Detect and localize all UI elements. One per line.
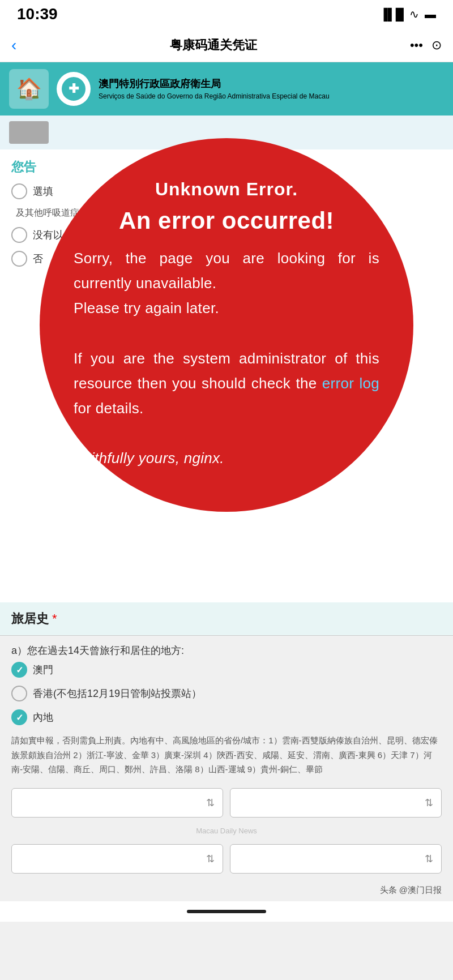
checkbox-mainland[interactable] (11, 709, 27, 725)
label-hk: 香港(不包括12月19日管制站投票站） (33, 687, 202, 700)
main-content: 您告 選填 及其他呼吸道症 没有以上症状 否 Unknown Error. An… (0, 115, 453, 602)
source-label: 头条 @澳门日报 (0, 879, 453, 901)
checkbox-1[interactable] (11, 183, 27, 199)
watermark: Macau Daily News (0, 823, 453, 838)
error-footer: Faithfully yours, nginx. (74, 450, 224, 467)
option-macao[interactable]: 澳門 (11, 662, 442, 678)
nav-actions: ••• ⊙ (410, 38, 442, 53)
org-name-pt: Serviços de Saúde do Governo da Região A… (99, 92, 330, 101)
subsection-label: a）您在過去14天曾旅行和居住的地方: (0, 636, 453, 662)
org-logo: ✚ (57, 72, 91, 106)
status-bar: 10:39 ▐▌█ ∿ ▬ (0, 0, 453, 28)
checkbox-macao[interactable] (11, 662, 27, 678)
travel-checkboxes: 澳門 香港(不包括12月19日管制站投票站） 內地 (0, 662, 453, 725)
dropdown-row-1: ⇅ ⇅ (0, 782, 453, 823)
org-info: 澳門特別行政區政府衛生局 Serviços de Saúde do Govern… (99, 77, 330, 101)
nav-title: 粤康码通关凭证 (170, 37, 257, 54)
error-main-text: An error occurred! (119, 207, 334, 235)
dropdown-2b-arrow: ⇅ (425, 853, 433, 865)
checkbox-3[interactable] (11, 251, 27, 267)
dropdown-2a-arrow: ⇅ (206, 853, 215, 865)
home-icon[interactable]: 🏠 (9, 69, 49, 109)
travel-section: 旅居史 * a）您在過去14天曾旅行和居住的地方: 澳門 香港(不包括12月19… (0, 602, 453, 879)
battery-icon: ▬ (425, 8, 436, 21)
dropdown-2a[interactable]: ⇅ (11, 844, 223, 874)
checkbox-hk[interactable] (11, 686, 27, 701)
label-mainland: 內地 (33, 711, 53, 724)
label-macao: 澳門 (33, 663, 53, 677)
nav-more-button[interactable]: ••• (410, 38, 423, 53)
error-body-line4: for details. (74, 400, 144, 417)
option-hk[interactable]: 香港(不包括12月19日管制站投票站） (11, 686, 442, 701)
dropdown-1b[interactable]: ⇅ (230, 788, 442, 818)
required-star: * (52, 611, 57, 626)
dropdown-1a[interactable]: ⇅ (11, 788, 223, 818)
checkbox-2[interactable] (11, 227, 27, 243)
svg-text:✚: ✚ (69, 82, 79, 96)
nav-bar: ‹ 粤康码通关凭证 ••• ⊙ (0, 28, 453, 62)
error-body-line1: Sorry, the page you are looking for is c… (74, 250, 379, 292)
nav-back-button[interactable]: ‹ (11, 36, 16, 54)
nav-scan-button[interactable]: ⊙ (431, 38, 442, 53)
signal-icon: ▐▌█ (379, 8, 404, 21)
status-time: 10:39 (17, 5, 58, 23)
org-name-cn: 澳門特別行政區政府衛生局 (99, 77, 330, 91)
dropdown-1a-arrow: ⇅ (206, 797, 215, 809)
error-body-line2: Please try again later. (74, 299, 219, 316)
home-bar (187, 910, 266, 913)
dropdown-2b[interactable]: ⇅ (230, 844, 442, 874)
section-header: 旅居史 * (0, 602, 453, 636)
dropdown-1b-arrow: ⇅ (425, 797, 433, 809)
checkbox-1-label: 選填 (33, 185, 53, 198)
home-indicator (0, 901, 453, 922)
error-log-link[interactable]: error log (322, 375, 379, 392)
user-avatar (9, 121, 49, 144)
status-icons: ▐▌█ ∿ ▬ (379, 7, 436, 21)
section-title: 旅居史 (11, 610, 49, 627)
notice-text: 請如實申報，否則需負上刑責。內地有中、高風險地區的省份/城市：1）雲南-西雙版納… (0, 733, 453, 782)
checkbox-3-label: 否 (33, 252, 43, 266)
dropdown-row-2: ⇅ ⇅ (0, 838, 453, 879)
site-header: 🏠 ✚ 澳門特別行政區政府衛生局 Serviços de Saúde do Go… (0, 62, 453, 115)
wifi-icon: ∿ (409, 7, 419, 21)
option-mainland[interactable]: 內地 (11, 709, 442, 725)
error-body: Sorry, the page you are looking for is c… (74, 246, 379, 471)
error-title: Unknown Error. (155, 179, 298, 200)
error-overlay: Unknown Error. An error occurred! Sorry,… (40, 138, 413, 512)
